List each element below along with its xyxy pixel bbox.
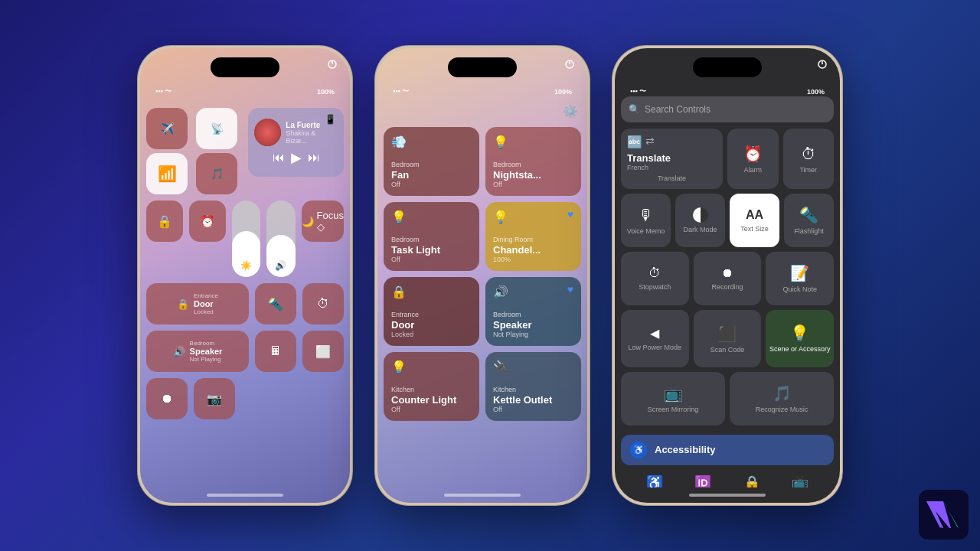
stopwatch-label: Stopwatch <box>639 283 671 292</box>
quick-note-control[interactable]: 📝 Quick Note <box>766 252 834 305</box>
music-artist: Shakira & Bizar... <box>286 129 338 145</box>
scan-code-label: Scan Code <box>710 346 745 354</box>
door-tile[interactable]: 🔒 Entrance Door Locked <box>384 277 479 346</box>
counter-light-name: Counter Light <box>391 394 472 406</box>
door-icon: 🔒 <box>391 285 407 299</box>
power-button-1[interactable] <box>327 59 338 70</box>
phone-3: ▪▪▪ 〜 100% 🔍 Search Controls 🔤 ⇄ Tran <box>612 46 842 505</box>
task-light-status: Off <box>391 256 472 263</box>
brightness-slider[interactable]: ☀️ <box>232 201 260 277</box>
recording-icon: ⏺ <box>161 392 173 406</box>
alarm-ctrl-icon: ⏰ <box>743 145 763 163</box>
recording-control[interactable]: ⏺ Recording <box>694 252 762 305</box>
search-controls-bar[interactable]: 🔍 Search Controls <box>621 96 834 122</box>
speaker-icon: 🔊 <box>173 346 185 357</box>
brand-logo <box>919 490 969 540</box>
power-button-2[interactable] <box>564 59 575 70</box>
dark-mode-control[interactable]: Dark Mode <box>675 194 725 247</box>
task-light-room: Bedroom <box>391 236 472 243</box>
bottom-icons: ♿ 🆔 🔒 📺 <box>615 470 840 487</box>
camera-btn[interactable]: 📷 <box>194 378 235 419</box>
speaker-tile[interactable]: 🔊 ♥ Bedroom Speaker Not Playing <box>485 277 581 346</box>
text-size-control[interactable]: AA Text Size <box>730 194 779 247</box>
kettle-icon: 🔌 <box>493 360 508 374</box>
nightstand-icon: 💡 <box>493 135 508 149</box>
stopwatch-icon: ⏱ <box>648 266 661 280</box>
power-button-3[interactable] <box>817 59 828 70</box>
kettle-name: Kettle Outlet <box>493 394 573 406</box>
accessibility-label: Accessibility <box>655 444 716 455</box>
stopwatch-control[interactable]: ⏱ Stopwatch <box>621 252 689 305</box>
flashlight-ctrl-label: Flashlight <box>794 227 824 236</box>
fan-tile[interactable]: 💨 Bedroom Fan Off <box>384 127 479 196</box>
airdrop-btn[interactable]: 📡 <box>196 108 237 149</box>
focus-btn[interactable]: 🌙 Focus ◇ <box>302 201 344 242</box>
dynamic-island-3 <box>693 57 762 77</box>
calculator-btn[interactable]: 🖩 <box>255 331 296 372</box>
alarm-btn[interactable]: ⏰ <box>189 201 226 242</box>
recognize-music-ctrl[interactable]: 🎵 Recognize Music <box>730 372 834 425</box>
chandelier-name: Chandel... <box>493 244 573 256</box>
low-power-control[interactable]: ◀ Low Power Mode <box>621 310 689 367</box>
bluetooth-btn[interactable]: 🎵 <box>196 153 237 194</box>
chandelier-icon: 💡 <box>493 210 508 224</box>
screen-mirror-label: Screen Mirroring <box>648 406 699 414</box>
nightstand-tile[interactable]: 💡 Bedroom Nightsta... Off <box>485 127 581 196</box>
timer-btn[interactable]: ⏱ <box>302 283 344 324</box>
translate-icon: 🔤 <box>627 135 642 149</box>
scan-code-icon: ⬛ <box>717 324 737 343</box>
speaker-name: Speaker <box>493 319 573 331</box>
tv-bottom-icon: 📺 <box>792 474 808 487</box>
fan-status: Off <box>391 181 472 188</box>
prev-track-btn[interactable]: ⏮ <box>273 151 285 165</box>
volume-slider[interactable]: 🔊 <box>266 201 295 277</box>
status-bar-2: ▪▪▪ 〜 100% <box>377 86 587 96</box>
speaker-status: Not Playing <box>493 331 573 338</box>
flashlight-ctrl-icon: 🔦 <box>799 206 818 224</box>
counter-light-room: Kitchen <box>391 386 472 393</box>
task-light-tile[interactable]: 💡 Bedroom Task Light Off <box>384 202 479 271</box>
home-settings-icon[interactable]: ⚙️ <box>563 104 578 119</box>
chandelier-tile[interactable]: 💡 ♥ Dining Room Chandel... 100% <box>485 202 581 271</box>
nightstand-room: Bedroom <box>493 161 573 168</box>
airplay-icon[interactable]: 📱 <box>325 114 336 125</box>
text-size-icon: AA <box>746 208 763 222</box>
wifi-btn[interactable]: 📶 <box>146 153 188 194</box>
bedroom-speaker-btn[interactable]: 🔊 Bedroom Speaker Not Playing <box>146 331 249 372</box>
accessibility-row[interactable]: ♿ Accessibility <box>621 435 834 465</box>
low-power-icon: ◀ <box>650 326 659 341</box>
lock-btn[interactable]: 🔒 <box>146 201 183 242</box>
scene-accessory-control[interactable]: 💡 Scene or Accessory <box>766 310 834 367</box>
fan-icon: 💨 <box>391 135 407 149</box>
play-pause-btn[interactable]: ▶ <box>291 149 302 166</box>
nightstand-status: Off <box>493 181 573 188</box>
search-icon: 🔍 <box>629 104 640 115</box>
translate-control[interactable]: 🔤 ⇄ Translate French Translate <box>621 129 723 189</box>
fan-name: Fan <box>391 169 472 181</box>
dark-mode-icon <box>693 207 708 223</box>
airplane-mode-btn[interactable]: ✈️ <box>146 108 188 149</box>
recognize-music-label: Recognize Music <box>756 406 808 414</box>
door-name: Door <box>391 319 472 331</box>
moon-icon: 🌙 <box>302 216 314 227</box>
bluetooth-icon: 🎵 <box>211 168 224 180</box>
recording-ctrl-icon: ⏺ <box>721 266 733 280</box>
screen-mirroring-btn[interactable]: ⬜ <box>302 331 344 372</box>
music-tile[interactable]: La Fuerte Shakira & Bizar... 📱 ⏮ ▶ ⏭ <box>248 108 344 177</box>
chandelier-room: Dining Room <box>493 236 573 243</box>
next-track-btn[interactable]: ⏭ <box>308 151 320 165</box>
flashlight-control[interactable]: 🔦 Flashlight <box>784 194 834 247</box>
screen-mirroring-ctrl[interactable]: 📺 Screen Mirroring <box>621 372 725 425</box>
entrance-door-btn[interactable]: 🔒 Entrance Door Locked <box>146 283 249 324</box>
flashlight-btn[interactable]: 🔦 <box>255 283 296 324</box>
scan-code-control[interactable]: ⬛ Scan Code <box>694 310 762 367</box>
alarm-control[interactable]: ⏰ Alarm <box>727 129 779 189</box>
timer-control[interactable]: ⏱ Timer <box>783 129 835 189</box>
kettle-tile[interactable]: 🔌 Kitchen Kettle Outlet Off <box>485 352 581 421</box>
task-light-name: Task Light <box>391 244 472 256</box>
recording-btn[interactable]: ⏺ <box>146 378 188 419</box>
voice-memo-control[interactable]: 🎙 Voice Memo <box>621 194 671 247</box>
translate-bottom-label: Translate <box>627 174 717 183</box>
counter-light-tile[interactable]: 💡 Kitchen Counter Light Off <box>384 352 479 421</box>
signal-2: ▪▪▪ 〜 <box>393 86 409 96</box>
